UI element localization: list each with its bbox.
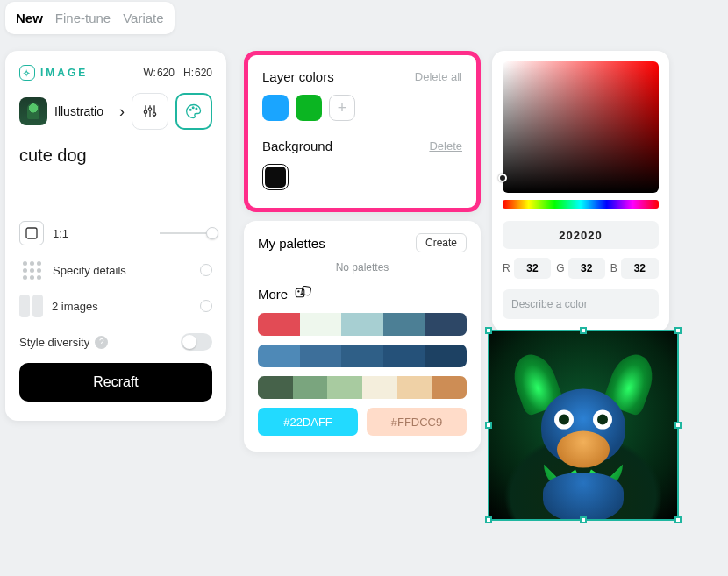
colors-panel: Layer colors Delete all + Background Del… (244, 51, 481, 452)
top-tabs: New Fine-tune Variate (5, 2, 175, 34)
palette-strip[interactable] (258, 313, 467, 336)
background-title: Background (262, 139, 332, 153)
resize-handle[interactable] (485, 516, 492, 523)
add-swatch-button[interactable]: + (329, 95, 355, 121)
layer-swatch-row: + (262, 95, 462, 121)
images-count-knob[interactable] (200, 300, 212, 312)
generated-image[interactable] (489, 331, 677, 519)
category-selector[interactable]: Illustratio › (54, 103, 125, 121)
palette-button[interactable] (175, 93, 212, 130)
svg-point-0 (144, 110, 146, 113)
hue-slider[interactable] (503, 200, 659, 209)
sv-picker-area[interactable] (503, 61, 659, 193)
generated-image-selection[interactable] (488, 330, 679, 521)
svg-rect-8 (302, 286, 311, 295)
images-count-row[interactable]: 2 images (19, 295, 212, 317)
aspect-slider-knob[interactable] (206, 227, 218, 239)
color-chip[interactable]: #22DAFF (258, 408, 358, 436)
palette-strip[interactable] (258, 376, 467, 399)
create-palette-button[interactable]: Create (416, 233, 467, 252)
aspect-icon (19, 221, 44, 245)
specify-details-row[interactable]: Specify details (19, 258, 212, 282)
mode-indicator[interactable]: ✧ IMAGE (19, 65, 88, 81)
color-picker-panel: 202020 R32 G32 B32 Describe a color (492, 51, 669, 331)
specify-details-knob[interactable] (200, 264, 212, 276)
prompt-panel: ✧ IMAGE W:620 H:620 Illustratio › cute d… (5, 51, 226, 421)
svg-point-10 (301, 294, 302, 295)
resize-handle[interactable] (674, 516, 682, 523)
svg-rect-6 (26, 228, 37, 238)
svg-point-2 (153, 113, 155, 116)
style-thumbnail[interactable] (19, 97, 47, 125)
svg-rect-7 (296, 288, 304, 297)
b-label: B (610, 262, 617, 274)
r-input[interactable]: 32 (514, 258, 552, 279)
images-count-label: 2 images (52, 300, 98, 313)
svg-point-5 (196, 108, 197, 110)
background-swatch[interactable] (262, 164, 289, 190)
resize-handle[interactable] (674, 327, 682, 334)
chevron-right-icon: › (119, 103, 125, 121)
sv-picker-knob[interactable] (498, 174, 507, 182)
help-icon[interactable]: ? (95, 336, 108, 349)
sliders-icon (141, 103, 159, 120)
sliders-button[interactable] (132, 93, 168, 130)
recraft-button[interactable]: Recraft (19, 363, 212, 402)
tab-variate[interactable]: Variate (123, 11, 163, 25)
specify-details-label: Specify details (53, 264, 126, 277)
layer-colors-title: Layer colors (262, 69, 334, 84)
delete-all-link[interactable]: Delete all (415, 70, 462, 83)
prompt-input[interactable]: cute dog (19, 146, 212, 209)
mode-label: IMAGE (40, 67, 88, 79)
resize-handle[interactable] (580, 327, 587, 334)
category-label: Illustratio (54, 104, 103, 118)
resize-handle[interactable] (485, 327, 492, 334)
palettes-section: My palettes Create No palettes More #22D… (244, 221, 481, 452)
svg-point-3 (189, 110, 191, 111)
r-label: R (503, 262, 510, 274)
layer-swatch[interactable] (262, 95, 289, 121)
delete-link[interactable]: Delete (429, 139, 462, 153)
g-label: G (556, 262, 564, 274)
aspect-label: 1:1 (53, 227, 68, 240)
my-palettes-title: My palettes (258, 236, 325, 251)
style-diversity-label: Style diversity (19, 336, 89, 349)
resize-handle[interactable] (580, 516, 587, 523)
dice-icon[interactable] (295, 286, 312, 302)
svg-point-4 (192, 107, 194, 109)
dimensions-readout[interactable]: W:620 H:620 (143, 67, 212, 79)
more-title: More (258, 287, 288, 302)
resize-handle[interactable] (674, 422, 682, 429)
tab-new[interactable]: New (16, 11, 43, 25)
color-chip[interactable]: #FFDCC9 (367, 408, 467, 436)
palette-icon (185, 103, 203, 120)
resize-handle[interactable] (485, 422, 492, 429)
style-diversity-toggle[interactable] (181, 333, 212, 351)
layer-swatch[interactable] (296, 95, 322, 121)
details-icon (19, 258, 44, 282)
svg-point-1 (148, 108, 151, 110)
images-icon (19, 295, 43, 317)
describe-color-input[interactable]: Describe a color (503, 289, 659, 319)
palette-strip[interactable] (258, 345, 467, 367)
image-mode-icon: ✧ (19, 65, 35, 81)
svg-point-9 (298, 291, 299, 292)
no-palettes-msg: No palettes (258, 261, 467, 274)
hex-input[interactable]: 202020 (503, 221, 659, 249)
tab-finetune[interactable]: Fine-tune (55, 11, 111, 25)
aspect-ratio-row[interactable]: 1:1 (19, 221, 212, 245)
highlighted-section: Layer colors Delete all + Background Del… (244, 51, 481, 212)
g-input[interactable]: 32 (568, 258, 605, 279)
b-input[interactable]: 32 (621, 258, 659, 279)
